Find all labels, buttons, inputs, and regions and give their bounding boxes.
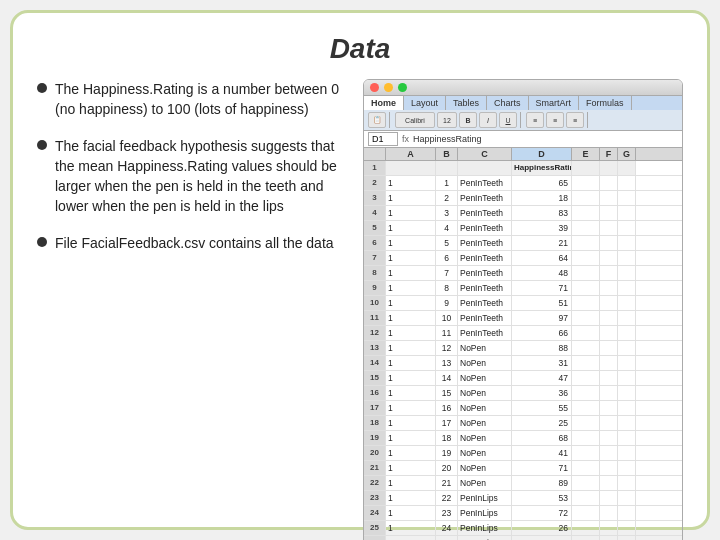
participant-cell[interactable]: 1 [386,446,436,460]
condition-cell[interactable]: PenInTeeth [458,221,512,235]
happiness-cell[interactable]: 18 [512,191,572,205]
e-cell[interactable] [572,476,600,490]
happiness-cell[interactable]: 68 [512,431,572,445]
f-cell[interactable] [600,371,618,385]
participant-cell[interactable]: 1 [386,176,436,190]
happiness-cell[interactable]: 25 [512,416,572,430]
condition-cell[interactable]: PenInTeeth [458,236,512,250]
g-cell[interactable] [618,251,636,265]
participant-cell[interactable]: 1 [386,206,436,220]
participant-cell[interactable]: 1 [386,311,436,325]
happiness-cell[interactable]: 72 [512,506,572,520]
e-cell[interactable] [572,251,600,265]
g-cell[interactable] [618,506,636,520]
col-header-c[interactable]: C [458,148,512,160]
g-cell[interactable] [618,461,636,475]
happiness-cell[interactable]: 45 [512,536,572,540]
condition-cell[interactable]: PenInTeeth [458,266,512,280]
f-cell[interactable] [600,401,618,415]
table-row[interactable]: 19118NoPen68 [364,431,682,446]
trial-cell[interactable]: 24 [436,521,458,535]
table-row[interactable]: 16115NoPen36 [364,386,682,401]
font-name[interactable]: Calibri [395,112,435,128]
table-row[interactable]: 615PenInTeeth21 [364,236,682,251]
trial-cell[interactable]: 19 [436,446,458,460]
f-cell[interactable] [600,536,618,540]
happiness-cell[interactable]: 39 [512,221,572,235]
happiness-cell[interactable]: 48 [512,266,572,280]
g-cell[interactable] [618,236,636,250]
participant-cell[interactable]: 1 [386,386,436,400]
g-cell[interactable] [618,356,636,370]
f-cell[interactable] [600,326,618,340]
table-row[interactable]: 14113NoPen31 [364,356,682,371]
f-cell[interactable] [600,341,618,355]
trial-cell[interactable]: 14 [436,371,458,385]
table-row[interactable]: 15114NoPen47 [364,371,682,386]
bold-button[interactable]: B [459,112,477,128]
g-cell[interactable] [618,161,636,175]
participant-cell[interactable]: 1 [386,326,436,340]
e-cell[interactable] [572,401,600,415]
e-cell[interactable] [572,221,600,235]
table-row[interactable]: 17116NoPen55 [364,401,682,416]
trial-cell[interactable]: 18 [436,431,458,445]
g-cell[interactable] [618,401,636,415]
table-row[interactable]: 21120NoPen71 [364,461,682,476]
trial-cell[interactable]: 23 [436,506,458,520]
g-cell[interactable] [618,521,636,535]
participant-cell[interactable] [386,161,436,175]
e-cell[interactable] [572,386,600,400]
align-center-button[interactable]: ≡ [546,112,564,128]
condition-cell[interactable] [458,161,512,175]
happiness-cell[interactable]: 55 [512,401,572,415]
trial-cell[interactable]: 21 [436,476,458,490]
g-cell[interactable] [618,386,636,400]
e-cell[interactable] [572,176,600,190]
participant-cell[interactable]: 1 [386,401,436,415]
trial-cell[interactable]: 17 [436,416,458,430]
happiness-cell[interactable]: 97 [512,311,572,325]
table-row[interactable]: 11110PenInTeeth97 [364,311,682,326]
table-row[interactable]: 25124PenInLips26 [364,521,682,536]
tab-layout[interactable]: Layout [404,96,446,110]
f-cell[interactable] [600,236,618,250]
trial-cell[interactable]: 7 [436,266,458,280]
col-header-d[interactable]: D [512,148,572,160]
happiness-cell[interactable]: 71 [512,281,572,295]
trial-cell[interactable]: 4 [436,221,458,235]
condition-cell[interactable]: PenInTeeth [458,251,512,265]
happiness-cell[interactable]: 83 [512,206,572,220]
trial-cell[interactable]: 5 [436,236,458,250]
table-row[interactable]: 413PenInTeeth83 [364,206,682,221]
participant-cell[interactable]: 1 [386,521,436,535]
e-cell[interactable] [572,521,600,535]
participant-cell[interactable]: 1 [386,416,436,430]
trial-cell[interactable]: 12 [436,341,458,355]
trial-cell[interactable] [436,161,458,175]
cell-reference[interactable]: D1 [368,132,398,146]
trial-cell[interactable]: 16 [436,401,458,415]
paste-button[interactable]: 📋 [368,112,386,128]
table-row[interactable]: 26125PenInLips45 [364,536,682,540]
participant-cell[interactable]: 1 [386,236,436,250]
table-row[interactable]: 1019PenInTeeth51 [364,296,682,311]
font-size[interactable]: 12 [437,112,457,128]
trial-cell[interactable]: 10 [436,311,458,325]
f-cell[interactable] [600,416,618,430]
align-right-button[interactable]: ≡ [566,112,584,128]
e-cell[interactable] [572,341,600,355]
g-cell[interactable] [618,371,636,385]
condition-cell[interactable]: PenInTeeth [458,296,512,310]
table-row[interactable]: 211PenInTeeth65 [364,176,682,191]
e-cell[interactable] [572,266,600,280]
trial-cell[interactable]: 9 [436,296,458,310]
g-cell[interactable] [618,446,636,460]
condition-cell[interactable]: PenInTeeth [458,281,512,295]
participant-cell[interactable]: 1 [386,371,436,385]
happiness-cell[interactable]: 51 [512,296,572,310]
e-cell[interactable] [572,296,600,310]
tab-charts[interactable]: Charts [487,96,529,110]
condition-cell[interactable]: NoPen [458,356,512,370]
happiness-cell[interactable]: 41 [512,446,572,460]
